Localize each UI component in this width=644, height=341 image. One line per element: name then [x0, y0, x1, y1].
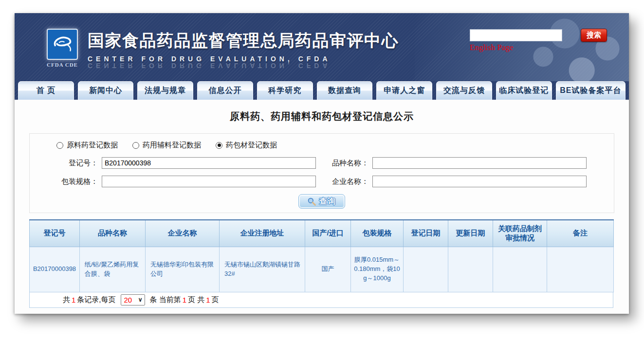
pills-background-image: [415, 13, 629, 81]
radio-unchecked-icon: [132, 142, 139, 149]
cell-company-name: 无锡德华彩印包装有限公司: [146, 247, 220, 292]
pager-total-count: 1: [72, 296, 75, 304]
site-title: 国家食品药品监督管理总局药品审评中心: [88, 30, 399, 52]
registration-number-label: 登记号：: [30, 159, 98, 168]
english-page-link[interactable]: English Page: [470, 43, 513, 53]
variety-name-label: 品种名称：: [301, 159, 368, 168]
header-search-button[interactable]: 搜索: [581, 29, 607, 42]
cell-registration-number: B20170000398: [30, 247, 80, 292]
col-header-company-address: 企业注册地址: [220, 220, 305, 247]
col-header-registration-date: 登记日期: [404, 220, 448, 247]
radio-label: 药用辅料登记数据: [143, 141, 201, 150]
form-row-1: 登记号： 品种名称：: [30, 157, 614, 169]
radio-excipient-data[interactable]: 药用辅料登记数据: [132, 141, 201, 150]
nav-tab-news[interactable]: 新闻中心: [78, 81, 134, 100]
nav-tab-regulations[interactable]: 法规与规章: [137, 81, 193, 100]
site-subtitle-reflection: CENTER FOR DRUG EVALUATION, CFDA: [88, 62, 399, 70]
nav-tab-communication[interactable]: 交流与反馈: [436, 81, 492, 100]
company-name-label: 企业名称：: [301, 177, 368, 186]
cell-update-date: [448, 247, 493, 292]
pager-text: 共: [63, 295, 70, 305]
results-table: 登记号 品种名称 企业名称 企业注册地址 国产/进口 包装规格 登记日期 更新日…: [29, 219, 614, 292]
pager-text: 条记录,每页: [77, 295, 115, 305]
page-title: 原料药、药用辅料和药包材登记信息公示: [15, 100, 629, 123]
site-header: CFDA CDE 国家食品药品监督管理总局药品审评中心 CENTER FOR D…: [15, 13, 629, 100]
pager-total-pages: 1: [206, 296, 210, 304]
packaging-spec-label: 包装规格：: [30, 177, 98, 186]
cell-remarks: [547, 247, 614, 292]
pager-text: 条 当前第: [150, 295, 181, 305]
radio-unchecked-icon: [56, 142, 63, 149]
main-nav: 首 页 新闻中心 法规与规章 信息公开 科学研究 数据查询 申请人之窗 交流与反…: [15, 81, 629, 100]
search-form: 原料药登记数据 药用辅料登记数据 药包材登记数据 登记号： 品种名称：: [29, 133, 614, 213]
pagination-bar: 共 1 条记录,每页 20 条 当前第 1 页 共 1 页: [29, 292, 613, 308]
form-row-2: 包装规格： 企业名称：: [30, 176, 614, 187]
radio-checked-icon: [216, 142, 222, 149]
nav-tab-be-trial-platform[interactable]: BE试验备案平台: [556, 81, 626, 100]
page-size-value: 20: [124, 296, 132, 304]
search-icon: [307, 197, 316, 206]
results-table-wrap: 登记号 品种名称 企业名称 企业注册地址 国产/进口 包装规格 登记日期 更新日…: [29, 219, 614, 308]
col-header-remarks: 备注: [547, 220, 614, 247]
pager-text: 页 共: [188, 295, 204, 305]
radio-label: 药包材登记数据: [226, 141, 277, 150]
nav-tab-data-query[interactable]: 数据查询: [317, 81, 373, 100]
site-titles: 国家食品药品监督管理总局药品审评中心 CENTER FOR DRUG EVALU…: [88, 30, 399, 70]
packaging-spec-input[interactable]: [102, 176, 316, 187]
pager-current-page: 1: [183, 296, 186, 304]
page-size-select[interactable]: 20: [121, 294, 145, 305]
cde-swirl-icon: [49, 32, 76, 56]
company-name-input[interactable]: [372, 176, 587, 187]
radio-label: 原料药登记数据: [67, 141, 118, 150]
col-header-registration-number: 登记号: [30, 220, 80, 247]
header-search-input[interactable]: [470, 29, 562, 41]
col-header-related-approval: 关联药品制剂审批情况: [493, 220, 547, 247]
cell-variety-name: 纸/铝/聚乙烯药用复合膜、袋: [80, 247, 146, 292]
cell-company-address: 无锡市锡山区鹅湖镇锡甘路32#: [220, 247, 305, 292]
chevron-down-icon: [138, 296, 143, 303]
radio-packaging-material-data[interactable]: 药包材登记数据: [216, 141, 277, 150]
query-button[interactable]: 查询: [298, 194, 345, 209]
radio-raw-material-data[interactable]: 原料药登记数据: [56, 141, 118, 150]
col-header-company-name: 企业名称: [146, 220, 220, 247]
table-header-row: 登记号 品种名称 企业名称 企业注册地址 国产/进口 包装规格 登记日期 更新日…: [30, 220, 614, 247]
nav-tab-home[interactable]: 首 页: [18, 81, 74, 100]
header-banner: CFDA CDE 国家食品药品监督管理总局药品审评中心 CENTER FOR D…: [15, 13, 629, 81]
col-header-variety-name: 品种名称: [80, 220, 146, 247]
query-button-label: 查询: [319, 197, 337, 207]
cde-logo-square: [47, 29, 78, 60]
col-header-update-date: 更新日期: [448, 220, 493, 247]
cell-packaging-spec: 膜厚0.015mm～0.180mm，袋10g～1000g: [351, 247, 404, 292]
nav-tab-research[interactable]: 科学研究: [257, 81, 313, 100]
nav-tab-clinical-trial-registry[interactable]: 临床试验登记: [496, 81, 552, 100]
col-header-domestic-imported: 国产/进口: [305, 220, 351, 247]
col-header-packaging-spec: 包装规格: [351, 220, 404, 247]
logo-caption: CFDA CDE: [42, 62, 83, 68]
browser-page: CFDA CDE 国家食品药品监督管理总局药品审评中心 CENTER FOR D…: [15, 13, 629, 314]
table-row: B20170000398 纸/铝/聚乙烯药用复合膜、袋 无锡德华彩印包装有限公司…: [30, 247, 614, 292]
cell-related-approval: [493, 247, 547, 292]
registration-number-input[interactable]: [102, 157, 316, 169]
cell-domestic-imported: 国产: [305, 247, 351, 292]
cde-logo[interactable]: CFDA CDE: [42, 29, 83, 68]
data-type-radios: 原料药登记数据 药用辅料登记数据 药包材登记数据: [56, 141, 277, 150]
nav-tab-applicant-window[interactable]: 申请人之窗: [376, 81, 432, 100]
cell-registration-date: [404, 247, 448, 292]
pager-text: 页: [212, 295, 219, 305]
nav-tab-info-disclosure[interactable]: 信息公开: [197, 81, 253, 100]
desktop-background: CFDA CDE 国家食品药品监督管理总局药品审评中心 CENTER FOR D…: [0, 0, 644, 341]
variety-name-input[interactable]: [372, 157, 587, 169]
page-content: 原料药、药用辅料和药包材登记信息公示 原料药登记数据 药用辅料登记数据 药包材登…: [15, 100, 629, 314]
